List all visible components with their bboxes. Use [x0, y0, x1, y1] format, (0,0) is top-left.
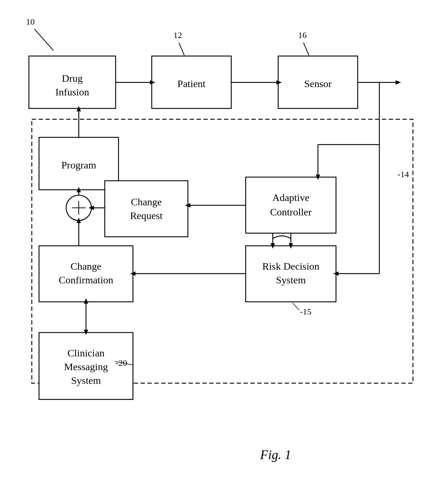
- diagram-container: 10 Drug Infusion 12 Patient 16 Sensor -1…: [0, 0, 448, 484]
- svg-line-1: [179, 43, 184, 55]
- ref-15-label: -15: [300, 307, 311, 316]
- change-request-label-line2: Request: [130, 210, 163, 221]
- risk-decision-label-line2: System: [276, 274, 306, 286]
- adaptive-controller-label-line1: Adaptive: [272, 192, 310, 203]
- drug-infusion-label-line2: Infusion: [55, 86, 89, 98]
- program-label: Program: [61, 159, 96, 171]
- adaptive-controller-label-line2: Controller: [270, 206, 312, 218]
- clinician-label-line1: Clinician: [68, 347, 105, 359]
- patient-label: Patient: [177, 78, 206, 89]
- change-request-box: [105, 181, 188, 237]
- ref-14-label: -14: [397, 170, 409, 179]
- change-confirmation-label-line2: Confirmation: [59, 274, 113, 286]
- svg-line-2: [303, 43, 309, 55]
- drug-infusion-label-line1: Drug: [62, 73, 83, 84]
- ref-10-label: 10: [26, 17, 35, 26]
- svg-line-0: [34, 29, 53, 51]
- change-request-label-line1: Change: [131, 196, 162, 207]
- risk-decision-box: [246, 246, 336, 302]
- sensor-label: Sensor: [304, 78, 332, 89]
- change-confirmation-label-line1: Change: [70, 261, 102, 272]
- bridge-curve: [273, 236, 291, 239]
- ref-12-label: 12: [173, 30, 182, 40]
- adaptive-controller-box: [246, 177, 336, 233]
- clinician-label-line2: Messaging: [64, 361, 108, 372]
- change-confirmation-box: [39, 246, 133, 302]
- fig-label: Fig. 1: [260, 447, 291, 462]
- clinician-label-line3: System: [71, 375, 101, 386]
- svg-line-19: [293, 303, 299, 310]
- arrow-sensor-output: [396, 80, 401, 85]
- risk-decision-label-line1: Risk Decision: [262, 261, 319, 272]
- ref-16-label: 16: [298, 30, 307, 40]
